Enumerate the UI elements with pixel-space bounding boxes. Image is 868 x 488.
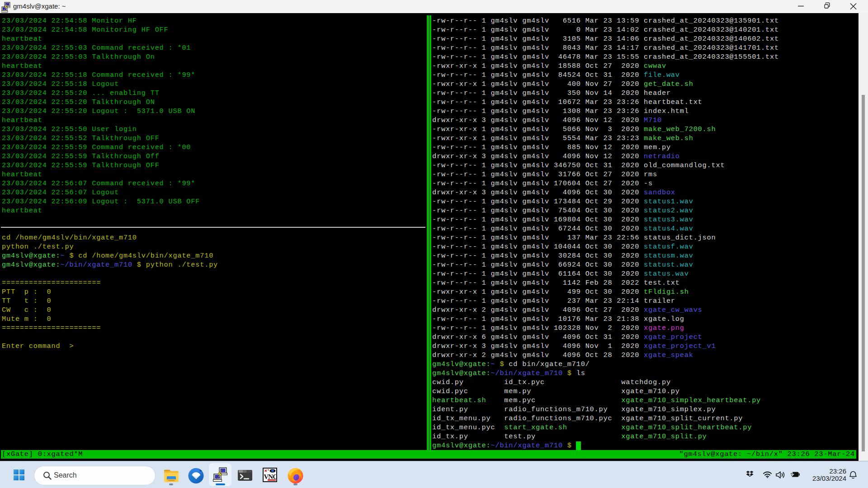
svg-text:VNC: VNC	[264, 473, 278, 480]
